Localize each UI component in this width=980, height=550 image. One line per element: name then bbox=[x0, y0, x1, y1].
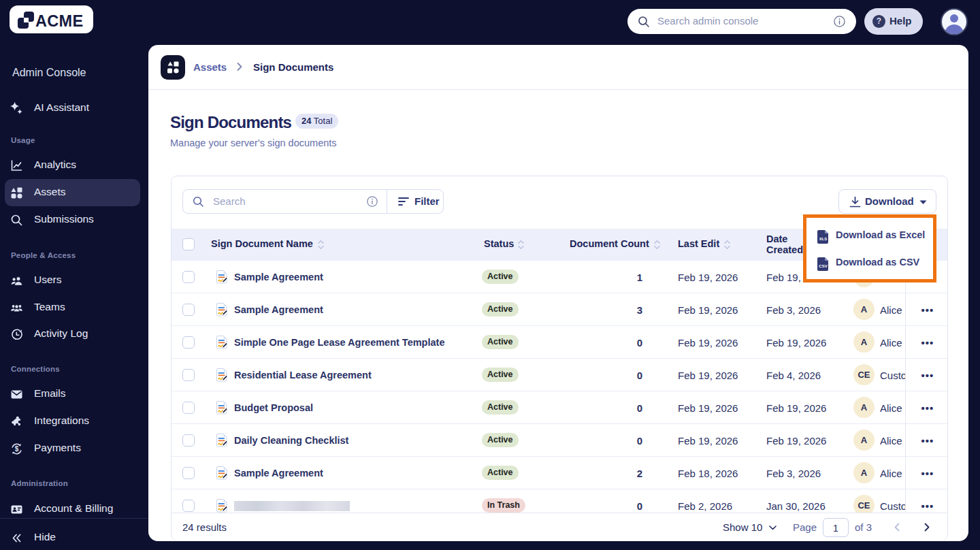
svg-text:ACME: ACME bbox=[35, 12, 83, 30]
svg-text:XLS: XLS bbox=[819, 237, 828, 241]
svg-text:$: $ bbox=[15, 445, 19, 453]
svg-text:CSV: CSV bbox=[819, 264, 827, 268]
